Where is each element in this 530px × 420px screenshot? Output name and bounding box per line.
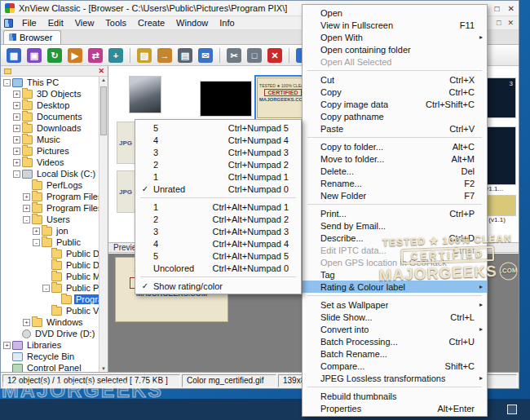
expander-icon[interactable]: + <box>23 193 30 201</box>
menu-item-set-as-wallpaper[interactable]: Set as Wallpaper▸ <box>303 298 487 311</box>
child-close-button[interactable]: ✕ <box>507 19 514 27</box>
tree-item-pictures[interactable]: +Pictures <box>1 145 99 157</box>
tree-item-jon[interactable]: +jon <box>1 225 99 237</box>
tree-item-3d-objects[interactable]: +3D Objects <box>1 88 99 99</box>
menu-item-5[interactable]: 5Ctrl+Alt+Numpad 5 <box>135 250 301 262</box>
tree-item-libraries[interactable]: +Libraries <box>1 339 99 351</box>
menu-item-3[interactable]: 3Ctrl+Numpad 3 <box>135 146 301 158</box>
print-button[interactable]: ▤ <box>176 46 194 64</box>
close-button[interactable]: ✕ <box>508 4 515 13</box>
menu-item-4[interactable]: 4Ctrl+Alt+Numpad 4 <box>135 237 301 250</box>
expander-icon[interactable]: + <box>13 136 20 144</box>
expander-icon[interactable]: + <box>13 159 20 166</box>
delete-button[interactable]: ✕ <box>266 46 284 64</box>
expander-icon[interactable]: + <box>13 113 20 121</box>
expander-icon[interactable]: + <box>3 342 11 349</box>
menu-item-rebuild-thumbnails[interactable]: Rebuild thumbnails <box>303 390 487 402</box>
menu-item-copy-image-data[interactable]: Copy image dataCtrl+Shift+C <box>303 98 487 110</box>
menu-tools[interactable]: Tools <box>99 17 132 29</box>
menu-item-rename[interactable]: Rename...F2 <box>303 177 487 189</box>
menu-item-4[interactable]: 4Ctrl+Numpad 4 <box>135 134 301 146</box>
menu-item-copy[interactable]: CopyCtrl+C <box>303 86 487 98</box>
tree-item-documents[interactable]: +Documents <box>1 111 99 122</box>
refresh-button[interactable]: ↻ <box>46 46 64 64</box>
expander-icon[interactable]: - <box>3 79 11 86</box>
tree-item-dvd-drive-d[interactable]: +DVD Drive (D:) <box>1 328 99 339</box>
menu-item-2[interactable]: 2Ctrl+Alt+Numpad 2 <box>135 213 301 225</box>
tree-item-public-pictures[interactable]: -Public Pictures <box>1 282 99 294</box>
menu-file[interactable]: File <box>16 17 42 29</box>
tree-item-public-videos[interactable]: +Public Videos <box>1 305 99 316</box>
tree-item-windows[interactable]: +Windows <box>1 316 99 328</box>
child-restore-button[interactable]: □ <box>497 19 501 27</box>
viewer-button[interactable]: ▣ <box>25 46 43 64</box>
cut-button[interactable]: ✂ <box>225 46 243 64</box>
menu-view[interactable]: View <box>69 17 100 29</box>
capture-button[interactable]: + <box>107 46 125 64</box>
tree-item-control-panel[interactable]: +Control Panel <box>1 362 99 372</box>
expander-icon[interactable]: - <box>33 239 40 246</box>
menu-window[interactable]: Window <box>170 17 214 29</box>
menu-item-delete[interactable]: Delete...Del <box>303 165 487 177</box>
menu-create[interactable]: Create <box>132 17 170 29</box>
menu-item-print[interactable]: Print...Ctrl+P <box>303 207 487 219</box>
menu-item-properties[interactable]: PropertiesAlt+Enter <box>303 402 487 414</box>
expander-icon[interactable]: - <box>42 285 50 292</box>
menu-item-3[interactable]: 3Ctrl+Alt+Numpad 3 <box>135 225 301 237</box>
scroll-down-icon[interactable]: ▼ <box>99 366 108 371</box>
menu-item-convert-into[interactable]: Convert into▸ <box>303 323 487 335</box>
menu-info[interactable]: Info <box>214 17 240 29</box>
copy-to-folder-button[interactable]: ▧ <box>135 46 153 64</box>
copy-button[interactable]: □ <box>245 46 263 64</box>
tree-item-users[interactable]: -Users <box>1 214 99 225</box>
expander-icon[interactable]: + <box>23 319 30 326</box>
move-to-folder-button[interactable]: → <box>156 46 174 64</box>
slideshow-button[interactable]: ▶ <box>66 46 84 64</box>
expander-icon[interactable]: - <box>13 170 20 178</box>
close-folders-panel-button[interactable]: ✕ <box>98 68 104 75</box>
menu-item-send-by-email[interactable]: Send by Email... <box>303 219 487 232</box>
menu-item-uncolored[interactable]: UncoloredCtrl+Alt+Numpad 0 <box>135 262 301 274</box>
menu-item-copy-pathname[interactable]: Copy pathname <box>303 110 487 122</box>
menu-item-5[interactable]: 5Ctrl+Numpad 5 <box>135 122 301 134</box>
expander-icon[interactable]: + <box>13 125 20 132</box>
tray-icon[interactable] <box>507 405 517 414</box>
scrollbar-thumb[interactable] <box>100 86 107 135</box>
expander-icon[interactable]: + <box>23 205 30 212</box>
browser-button[interactable]: ▦ <box>5 46 23 64</box>
tree-item-program-pix[interactable]: +Program PIX <box>1 294 99 305</box>
menu-item-compare[interactable]: Compare...Shift+C <box>303 360 487 372</box>
menu-item-1[interactable]: 1Ctrl+Alt+Numpad 1 <box>135 201 301 213</box>
menu-edit[interactable]: Edit <box>42 17 69 29</box>
menu-item-cut[interactable]: CutCtrl+X <box>303 73 487 86</box>
tree-scrollbar[interactable]: ▲ ▼ <box>99 77 108 372</box>
menu-item-batch-processing[interactable]: Batch Processing...Ctrl+U <box>303 335 487 347</box>
menu-item-new-folder[interactable]: New FolderF7 <box>303 189 487 201</box>
restore-button[interactable]: □ <box>495 4 500 13</box>
thumbnail-motorcycle[interactable] <box>129 76 161 113</box>
menu-item-batch-rename[interactable]: Batch Rename... <box>303 347 487 360</box>
menu-item-view-in-fullscreen[interactable]: View in FullscreenF11 <box>303 19 487 31</box>
menu-item-open-with[interactable]: Open With▸ <box>303 31 487 43</box>
menu-item-jpeg-lossless-transformations[interactable]: JPEG Lossless transformations▸ <box>303 372 487 384</box>
tree-item-public[interactable]: -Public <box>1 237 99 248</box>
tree-item-recycle-bin[interactable]: +Recycle Bin <box>1 351 99 362</box>
tree-item-this-pc[interactable]: -This PC <box>1 77 99 88</box>
tree-item-program-files[interactable]: +Program Files <box>1 191 99 202</box>
tree-item-downloads[interactable]: +Downloads <box>1 122 99 134</box>
expander-icon[interactable]: + <box>13 148 20 155</box>
menu-item-1[interactable]: 1Ctrl+Numpad 1 <box>135 170 301 183</box>
tree-item-desktop[interactable]: +Desktop <box>1 99 99 111</box>
tree-item-local-disk-c[interactable]: -Local Disk (C:) <box>1 168 99 179</box>
menu-item-2[interactable]: 2Ctrl+Numpad 2 <box>135 158 301 170</box>
expander-icon[interactable]: + <box>13 91 20 98</box>
tree-item-videos[interactable]: +Videos <box>1 157 99 168</box>
tree-item-public-music[interactable]: +Public Music <box>1 271 99 282</box>
expander-icon[interactable]: + <box>13 102 20 109</box>
tree-item-music[interactable]: +Music <box>1 134 99 145</box>
menu-item-show-rating-color[interactable]: ✓Show rating/color <box>135 280 301 292</box>
thumbnail-black-image[interactable] <box>200 81 252 117</box>
menu-item-move-to-folder[interactable]: Move to folder...Alt+M <box>303 153 487 165</box>
tab-browser[interactable]: Browser <box>3 30 61 44</box>
menu-item-copy-to-folder[interactable]: Copy to folder...Alt+C <box>303 140 487 153</box>
